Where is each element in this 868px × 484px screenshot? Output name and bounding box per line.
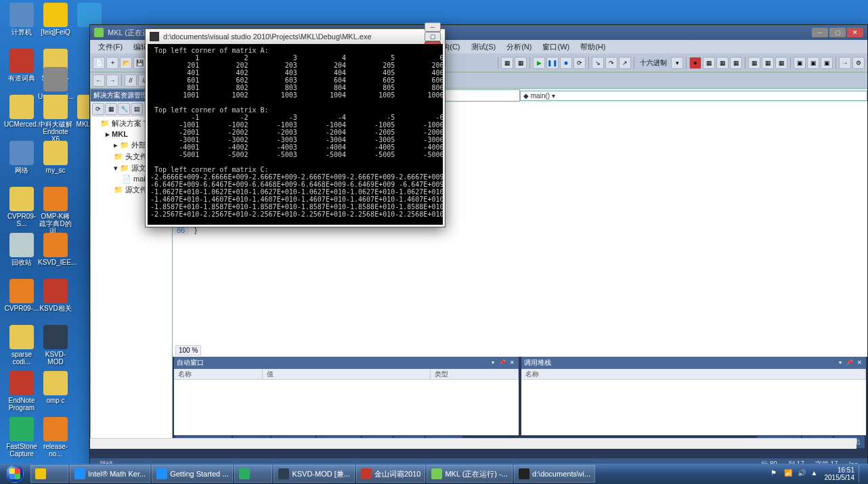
- autos-col-value[interactable]: 值: [263, 369, 431, 379]
- autos-col-name[interactable]: 名称: [174, 369, 263, 379]
- taskbar-button[interactable]: KSVD-MOD [兼...: [274, 465, 355, 483]
- tray-clock[interactable]: 16:51 2015/5/14: [825, 466, 855, 481]
- tb-btn-k[interactable]: ⚙: [852, 57, 865, 69]
- autos-col-type[interactable]: 类型: [431, 369, 519, 379]
- tray-flag-icon[interactable]: ⚑: [771, 469, 780, 479]
- nav-fwd-button[interactable]: →: [106, 74, 118, 87]
- open-button[interactable]: 📂: [120, 57, 132, 69]
- desktop-icon-label: CVPR09-S...: [4, 213, 39, 227]
- step-into-button[interactable]: ↘: [592, 57, 604, 69]
- add-item-button[interactable]: ＋: [106, 57, 118, 69]
- vs-maximize-button[interactable]: ▢: [829, 28, 846, 37]
- save-button[interactable]: 💾: [133, 57, 146, 69]
- sol-collapse-button[interactable]: ▤: [131, 103, 143, 115]
- autos-body[interactable]: [174, 380, 519, 435]
- desktop-icon[interactable]: CVPR09-...: [4, 279, 39, 312]
- breakpoints-button[interactable]: ●: [689, 57, 701, 69]
- desktop-icon[interactable]: UCMerced...: [4, 95, 39, 128]
- tray-volume-icon[interactable]: 🔊: [798, 469, 807, 479]
- console-maximize-button[interactable]: ▢: [425, 32, 441, 41]
- taskbar-button[interactable]: d:\documents\vi...: [514, 465, 595, 483]
- console-output[interactable]: Top left corner of matrix A: 1 2 3 4 5 6…: [148, 44, 443, 225]
- desktop-icon[interactable]: omp c: [38, 371, 73, 404]
- start-button[interactable]: [0, 464, 30, 484]
- desktop-icon[interactable]: sparse codi...: [4, 325, 39, 366]
- autos-panel: 自动窗口 ▾📌✕ 名称 值 类型: [174, 357, 519, 435]
- comment-button[interactable]: //: [125, 74, 137, 87]
- menubar-item[interactable]: 帮助(H): [575, 41, 611, 53]
- sol-refresh-button[interactable]: ⟳: [92, 103, 104, 115]
- toolbox-button[interactable]: ▦: [515, 57, 527, 69]
- console-minimize-button[interactable]: ─: [425, 22, 441, 32]
- menubar-item[interactable]: 分析(N): [501, 41, 537, 53]
- desktop-icon[interactable]: 有道词典: [4, 49, 39, 82]
- dbg-continue-button[interactable]: ▶: [533, 57, 545, 69]
- dbg-stop-button[interactable]: ■: [560, 57, 572, 69]
- tb-btn-j[interactable]: →: [839, 57, 851, 69]
- tray-misc-icon[interactable]: ▲: [811, 469, 821, 479]
- taskbar-button[interactable]: [234, 465, 272, 483]
- console-titlebar[interactable]: d:\documents\visual studio 2010\Projects…: [146, 29, 445, 44]
- panel-dropdown-icon[interactable]: ▾: [836, 359, 844, 366]
- menubar-item[interactable]: 窗口(W): [537, 41, 575, 53]
- desktop-icon[interactable]: KSVD-MOD: [38, 325, 73, 366]
- vs-minimize-button[interactable]: ─: [812, 28, 828, 37]
- desktop-icon[interactable]: 计算机: [4, 3, 39, 36]
- panel-pin-icon[interactable]: 📌: [846, 359, 854, 366]
- show-desktop-button[interactable]: [859, 465, 864, 483]
- panel-dropdown-icon[interactable]: ▾: [489, 359, 497, 366]
- callstack-col-name[interactable]: 名称: [521, 369, 866, 379]
- windows-orb-icon: [6, 465, 24, 483]
- taskbar-button[interactable]: Getting Started ...: [152, 465, 233, 483]
- tb-btn-d[interactable]: ▦: [748, 57, 760, 69]
- desktop-icon[interactable]: 网络: [4, 141, 39, 174]
- callstack-panel: 调用堆栈 ▾📌✕ 名称: [521, 357, 866, 435]
- sol-properties-button[interactable]: 🔧: [118, 103, 130, 115]
- desktop-icon[interactable]: my_sc: [38, 141, 73, 174]
- sol-showall-button[interactable]: ▦: [105, 103, 117, 115]
- vs-close-button[interactable]: ✕: [847, 28, 863, 37]
- system-tray: ⚑ 📶 🔊 ▲ 16:51 2015/5/14: [766, 465, 869, 483]
- new-project-button[interactable]: 📄: [93, 57, 105, 69]
- zoom-indicator[interactable]: 100 %: [175, 345, 201, 355]
- hex-toggle[interactable]: ▾: [671, 57, 683, 69]
- desktop-icon[interactable]: EndNote Program: [4, 371, 39, 412]
- panel-close-icon[interactable]: ✕: [508, 359, 516, 366]
- desktop-icon[interactable]: [feiq]FeiQ: [38, 3, 73, 36]
- desktop-icon[interactable]: release-no...: [38, 417, 73, 458]
- tb-btn-b[interactable]: ▦: [716, 57, 729, 69]
- taskbar-button[interactable]: Intel® Math Ker...: [70, 465, 150, 483]
- nav-back-button[interactable]: ←: [93, 74, 105, 87]
- tb-btn-i[interactable]: ▣: [821, 57, 833, 69]
- tb-btn-c[interactable]: ▦: [730, 57, 742, 69]
- taskbar-button[interactable]: [30, 465, 68, 483]
- tb-btn-e[interactable]: ▦: [762, 57, 774, 69]
- panel-pin-icon[interactable]: 📌: [498, 359, 506, 366]
- desktop-icon-label: 有道词典: [4, 74, 39, 82]
- desktop-icon[interactable]: KSVD相关: [38, 279, 73, 312]
- callstack-body[interactable]: [521, 380, 866, 435]
- window-layout-button[interactable]: ▦: [501, 57, 513, 69]
- desktop-icon[interactable]: 回收站: [4, 233, 39, 266]
- taskbar-button[interactable]: 金山词霸2010: [356, 465, 425, 483]
- menubar-item[interactable]: 测试(S): [466, 41, 502, 53]
- desktop-icon[interactable]: OMP-K稀疏字典D的训...: [38, 187, 73, 235]
- tb-btn-g[interactable]: ▣: [794, 57, 806, 69]
- solution-scrollbar[interactable]: [90, 438, 856, 449]
- tb-btn-f[interactable]: ▦: [775, 57, 787, 69]
- taskbar-button[interactable]: MKL (正在运行) -...: [427, 465, 512, 483]
- step-out-button[interactable]: ↗: [619, 57, 631, 69]
- desktop-icon[interactable]: CVPR09-S...: [4, 187, 39, 227]
- member-combo[interactable]: ◆ main() ▾: [520, 91, 867, 101]
- desktop-icon[interactable]: FastStone Capture: [4, 417, 39, 458]
- desktop-icon[interactable]: 中科大破解Endnote X6: [38, 95, 73, 143]
- dbg-pause-button[interactable]: ❚❚: [546, 57, 559, 69]
- desktop-icon[interactable]: KSVD_IEE...: [38, 233, 73, 266]
- menubar-item[interactable]: 文件(F): [93, 41, 128, 53]
- step-over-button[interactable]: ↷: [605, 57, 617, 69]
- panel-close-icon[interactable]: ✕: [855, 359, 863, 366]
- tb-btn-h[interactable]: ▣: [807, 57, 819, 69]
- tray-network-icon[interactable]: 📶: [784, 469, 794, 479]
- tb-btn-a[interactable]: ▦: [703, 57, 715, 69]
- dbg-restart-button[interactable]: ⟳: [573, 57, 586, 69]
